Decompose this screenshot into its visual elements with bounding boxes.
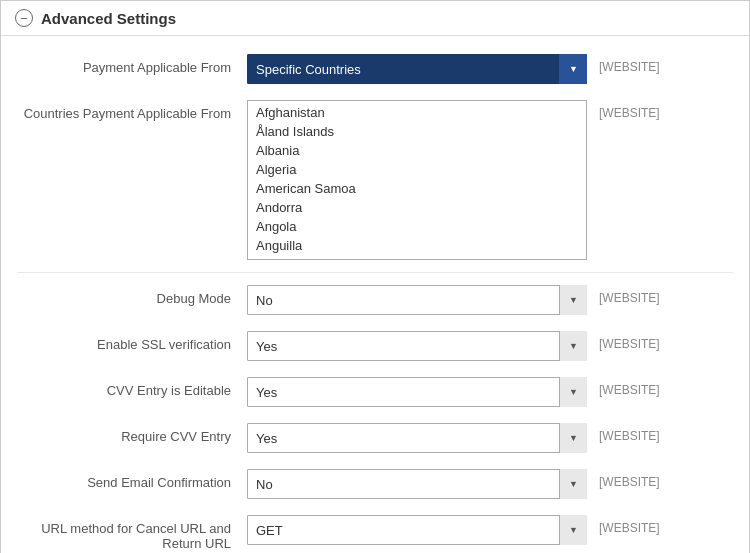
list-item[interactable]: Anguilla <box>248 236 586 255</box>
list-item[interactable]: American Samoa <box>248 179 586 198</box>
control-payment-applicable-from: All Countries Specific Countries <box>247 54 587 84</box>
control-url-method: GET POST <box>247 515 587 545</box>
row-require-cvv: Require CVV Entry Yes No [WEBSITE] <box>1 415 749 461</box>
control-require-cvv: Yes No <box>247 423 587 453</box>
label-require-cvv: Require CVV Entry <box>17 423 247 444</box>
scope-payment-applicable-from: [WEBSITE] <box>599 54 660 74</box>
control-enable-ssl: Yes No <box>247 331 587 361</box>
label-payment-applicable-from: Payment Applicable From <box>17 54 247 75</box>
scope-debug-mode: [WEBSITE] <box>599 285 660 305</box>
collapse-icon[interactable] <box>15 9 33 27</box>
divider-1 <box>17 272 733 273</box>
label-enable-ssl: Enable SSL verification <box>17 331 247 352</box>
control-countries-listbox: AfghanistanÅland IslandsAlbaniaAlgeriaAm… <box>247 100 587 260</box>
row-cvv-entry-editable: CVV Entry is Editable Yes No [WEBSITE] <box>1 369 749 415</box>
row-countries-payment-applicable-from: Countries Payment Applicable From Afghan… <box>1 92 749 268</box>
scope-send-email-confirmation: [WEBSITE] <box>599 469 660 489</box>
label-countries-payment-applicable-from: Countries Payment Applicable From <box>17 100 247 121</box>
select-url-method[interactable]: GET POST <box>247 515 587 545</box>
row-send-email-confirmation: Send Email Confirmation No Yes [WEBSITE] <box>1 461 749 507</box>
control-cvv-entry-editable: Yes No <box>247 377 587 407</box>
select-wrap-enable-ssl: Yes No <box>247 331 587 361</box>
select-send-email-confirmation[interactable]: No Yes <box>247 469 587 499</box>
list-item[interactable]: Andorra <box>248 198 586 217</box>
row-enable-ssl: Enable SSL verification Yes No [WEBSITE] <box>1 323 749 369</box>
select-wrap-payment-applicable-from: All Countries Specific Countries <box>247 54 587 84</box>
select-enable-ssl[interactable]: Yes No <box>247 331 587 361</box>
row-url-method: URL method for Cancel URL and Return URL… <box>1 507 749 553</box>
select-wrap-url-method: GET POST <box>247 515 587 545</box>
label-cvv-entry-editable: CVV Entry is Editable <box>17 377 247 398</box>
select-require-cvv[interactable]: Yes No <box>247 423 587 453</box>
scope-cvv-entry-editable: [WEBSITE] <box>599 377 660 397</box>
list-item[interactable]: Albania <box>248 141 586 160</box>
select-wrap-send-email-confirmation: No Yes <box>247 469 587 499</box>
list-item[interactable]: Angola <box>248 217 586 236</box>
label-debug-mode: Debug Mode <box>17 285 247 306</box>
select-debug-mode[interactable]: No Yes <box>247 285 587 315</box>
countries-listbox[interactable]: AfghanistanÅland IslandsAlbaniaAlgeriaAm… <box>247 100 587 260</box>
list-item[interactable]: Algeria <box>248 160 586 179</box>
label-url-method: URL method for Cancel URL and Return URL <box>17 515 247 551</box>
label-send-email-confirmation: Send Email Confirmation <box>17 469 247 490</box>
form-body: Payment Applicable From All Countries Sp… <box>1 36 749 553</box>
select-payment-applicable-from[interactable]: All Countries Specific Countries <box>247 54 587 84</box>
row-debug-mode: Debug Mode No Yes [WEBSITE] <box>1 277 749 323</box>
list-item[interactable]: Antarctica <box>248 255 586 260</box>
select-wrap-debug-mode: No Yes <box>247 285 587 315</box>
list-item[interactable]: Åland Islands <box>248 122 586 141</box>
select-cvv-entry-editable[interactable]: Yes No <box>247 377 587 407</box>
scope-url-method: [WEBSITE] <box>599 515 660 535</box>
control-debug-mode: No Yes <box>247 285 587 315</box>
control-send-email-confirmation: No Yes <box>247 469 587 499</box>
advanced-settings-panel: Advanced Settings Payment Applicable Fro… <box>0 0 750 553</box>
scope-countries-payment-applicable-from: [WEBSITE] <box>599 100 660 120</box>
scope-enable-ssl: [WEBSITE] <box>599 331 660 351</box>
select-wrap-cvv-entry-editable: Yes No <box>247 377 587 407</box>
row-payment-applicable-from: Payment Applicable From All Countries Sp… <box>1 46 749 92</box>
section-title: Advanced Settings <box>41 10 176 27</box>
section-header: Advanced Settings <box>1 1 749 36</box>
scope-require-cvv: [WEBSITE] <box>599 423 660 443</box>
list-item[interactable]: Afghanistan <box>248 103 586 122</box>
select-wrap-require-cvv: Yes No <box>247 423 587 453</box>
